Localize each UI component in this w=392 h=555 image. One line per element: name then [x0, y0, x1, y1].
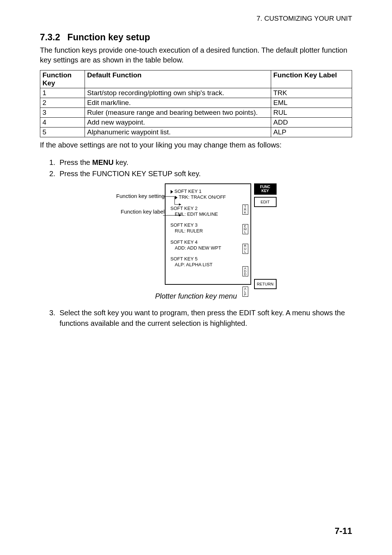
softkey-label: SOFT KEY 1 [175, 189, 202, 194]
section-number: 7.3.2 [40, 32, 60, 42]
edit-softkey: EDIT [254, 197, 277, 207]
func-key-badge: FUNC KEY [254, 183, 277, 195]
step-bold: MENU [92, 158, 114, 166]
th-default-fn: Default Function [85, 70, 271, 88]
table-row: 1 Start/stop recording/plotting own ship… [40, 88, 352, 98]
softkey-title: SOFT KEY 2 [171, 206, 247, 211]
screen-panel: SOFT KEY 1 TRK: TRACK ON/OFF TRK SOFT KE… [165, 183, 251, 285]
step-text: Select the soft key you want to program,… [60, 309, 345, 327]
softkey-value: EML: EDIT MK/LINE [171, 211, 247, 217]
cell-key: 3 [40, 108, 85, 118]
running-head: 7. CUSTOMIZING YOUR UNIT [40, 15, 352, 23]
table-row: 4 Add new waypoint. ADD [40, 118, 352, 127]
cell-label: EML [271, 98, 352, 108]
page: 7. CUSTOMIZING YOUR UNIT 7.3.2 Function … [0, 0, 392, 555]
cell-label: ADD [271, 118, 352, 127]
softkey-badge: RUL [242, 244, 248, 254]
step-item: Select the soft key you want to program,… [57, 308, 352, 329]
section-title: Function key setup [68, 32, 150, 42]
step-item: Press the MENU key. [57, 157, 352, 168]
softkey-title: SOFT KEY 5 [171, 256, 247, 262]
figure: Function key setting Function key label … [116, 183, 277, 289]
cell-fn: Start/stop recording/plotting own ship's… [85, 88, 271, 98]
figure-caption: Plotter function key menu [40, 292, 352, 300]
step-text: Press the FUNCTION KEY SETUP soft key. [60, 170, 201, 178]
callout-label: Function key label [116, 208, 165, 215]
after-table-paragraph: If the above settings are not to your li… [40, 140, 352, 150]
function-key-table: Function Key Default Function Function K… [40, 70, 352, 137]
cell-label: ALP [271, 127, 352, 137]
step-item: Press the FUNCTION KEY SETUP soft key. [57, 169, 352, 179]
callout-setting: Function key setting [116, 193, 165, 200]
section-heading: 7.3.2 Function key setup [40, 32, 352, 42]
softkey-badge: TRK [242, 204, 248, 215]
cell-key: 5 [40, 127, 85, 137]
table-row: 2 Edit mark/line. EML [40, 98, 352, 108]
steps-list: Press the MENU key. Press the FUNCTION K… [40, 157, 352, 179]
return-softkey: RETURN [254, 279, 277, 289]
softkey-badge: ALP [242, 287, 248, 297]
figure-callouts: Function key setting Function key label [116, 183, 165, 215]
side-buttons: FUNC KEY EDIT RETURN [254, 183, 277, 289]
cell-fn: Ruler (measure range and bearing between… [85, 108, 271, 118]
cell-key: 2 [40, 98, 85, 108]
table-row: 3 Ruler (measure range and bearing betwe… [40, 108, 352, 118]
softkey-value: ALP: ALPHA LIST [171, 262, 247, 268]
th-fn-label: Function Key Label [271, 70, 352, 88]
softkey-value: ADD: ADD NEW WPT [171, 245, 247, 251]
step-text: key. [114, 158, 128, 166]
page-number: 7-11 [335, 526, 352, 536]
arrow-icon [175, 196, 177, 199]
table-header-row: Function Key Default Function Function K… [40, 70, 352, 88]
softkey-title: SOFT KEY 3 [171, 222, 247, 228]
figure-wrapper: Function key setting Function key label … [40, 183, 352, 289]
softkey-badge: EML [242, 224, 248, 234]
cell-fn: Edit mark/line. [85, 98, 271, 108]
steps-list-continued: Select the soft key you want to program,… [40, 308, 352, 329]
softkey-value: RUL: RULER [171, 228, 247, 234]
cell-fn: Alphanumeric waypoint list. [85, 127, 271, 137]
intro-paragraph: The function keys provide one-touch exec… [40, 45, 352, 65]
cursor-arrow-icon [171, 190, 173, 194]
table-row: 5 Alphanumeric waypoint list. ALP [40, 127, 352, 137]
cell-label: TRK [271, 88, 352, 98]
softkey-title: SOFT KEY 4 [171, 239, 247, 245]
cell-fn: Add new waypoint. [85, 118, 271, 127]
softkey-badge: ADD [242, 266, 248, 276]
th-function-key: Function Key [40, 70, 85, 88]
cell-key: 1 [40, 88, 85, 98]
softkey-title: SOFT KEY 1 [171, 189, 247, 194]
softkey-value: TRK: TRACK ON/OFF [171, 194, 247, 200]
cell-key: 4 [40, 118, 85, 127]
cell-label: RUL [271, 108, 352, 118]
step-text: Press the [60, 158, 92, 166]
